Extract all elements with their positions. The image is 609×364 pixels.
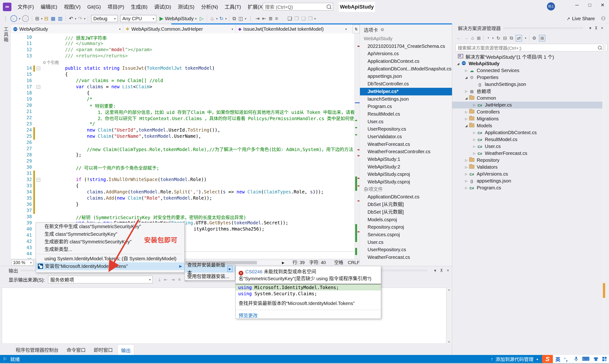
tab-item[interactable]: Program.cs	[360, 103, 452, 110]
expander-closed-icon[interactable]: ▷	[472, 152, 477, 155]
minimize-button[interactable]: ─	[570, 0, 583, 10]
pending-changes-icon[interactable]: ◔	[486, 36, 489, 41]
expander-closed-icon[interactable]: ▷	[464, 186, 469, 190]
tab-item[interactable]: ResultModel.cs	[360, 110, 452, 118]
tab-item[interactable]: WebApiStudy.csproj	[360, 170, 452, 178]
ime-punctuation-toggle[interactable]: ’，	[564, 355, 570, 363]
bottom-tab[interactable]: 命令窗口	[63, 345, 89, 355]
menu-item[interactable]: Git(G)	[84, 0, 104, 14]
solution-search-box[interactable]: 搜索解决方案资源管理器(Ctrl+;) ▾	[455, 44, 607, 52]
toolbar-icon[interactable]: ▾	[19, 17, 20, 20]
toolbar-icon[interactable]: ←	[11, 15, 17, 22]
output-source-dropdown[interactable]: 服务依赖项 ▾	[48, 276, 153, 283]
expander-open-icon[interactable]: ◢	[456, 62, 461, 65]
avatar[interactable]: 创上	[547, 2, 555, 11]
preview-selected-items-icon[interactable]: ⊞	[539, 35, 545, 41]
toolbar-icon[interactable]: ◫	[238, 16, 243, 21]
breadcrumb-method-dropdown[interactable]: ◆ IssueJwt(TokenModelJwt tokenModel) ▾	[236, 25, 349, 33]
toolbar-icon[interactable]: ▷	[200, 16, 204, 21]
menu-item[interactable]: 视图(V)	[61, 0, 84, 14]
toolbar-icon[interactable]: ❐	[294, 16, 299, 21]
switch-views-icon[interactable]: ⊞	[477, 36, 480, 41]
menu-item[interactable]: 工具(T)	[221, 0, 244, 14]
previous-message-icon[interactable]: ⇤	[164, 277, 168, 282]
tab-item[interactable]: appsettings.json	[360, 73, 452, 80]
expander-closed-icon[interactable]: ▷	[464, 69, 469, 72]
tree-item[interactable]: ▷{}appsettings.json	[452, 178, 606, 184]
tree-item[interactable]: {}launchSettings.json	[452, 81, 606, 88]
toolbar-icon[interactable]: ↷	[78, 16, 82, 21]
tab-item[interactable]: Models.csproj	[360, 216, 452, 224]
menu-item[interactable]: 文件(F)	[14, 0, 37, 14]
tree-item[interactable]: ▷C#ApiVersions.cs	[452, 170, 606, 178]
tab-item[interactable]: WebApiStudy:2	[360, 163, 452, 171]
back-icon[interactable]: ←	[456, 36, 461, 41]
solution-explorer-scrollbar[interactable]	[602, 33, 606, 354]
fold-collapse-icon[interactable]: −	[37, 67, 40, 70]
editor-scrollbar[interactable]	[354, 33, 360, 259]
expander-closed-icon[interactable]: ▷	[464, 158, 469, 162]
expander-open-icon[interactable]: ◢	[464, 124, 469, 128]
expander-closed-icon[interactable]: ▷	[464, 110, 469, 114]
skin-icon[interactable]	[593, 357, 598, 361]
codelens-references[interactable]: 0 个引用	[43, 59, 354, 65]
toolbar-icon[interactable]: ⋮	[3, 16, 8, 21]
ime-language-toggle[interactable]: 英	[555, 355, 560, 363]
tree-item[interactable]: ◢Common	[452, 95, 606, 102]
run-button[interactable]: ▶WebApiStudy▾	[159, 15, 196, 22]
menu-item[interactable]: 调试(D)	[151, 0, 174, 14]
bottom-tab[interactable]: 输出	[117, 345, 134, 355]
tab-item[interactable]: ApplicationDbContext.cs	[360, 193, 452, 201]
clear-all-icon[interactable]: ≡	[178, 277, 181, 282]
tab-item[interactable]: DbTestController.cs	[360, 80, 452, 88]
quickfix-submenu-item[interactable]: 查找并安装最新版本▶	[185, 265, 235, 273]
tab-item[interactable]: WeatherForecast.cs	[360, 141, 452, 148]
tree-item[interactable]: ▷Controllers	[452, 108, 606, 115]
forward-icon[interactable]: →	[464, 36, 468, 41]
breadcrumb-class-dropdown[interactable]: ❖ WebApiStudy.Common.JwtHelper ▾	[123, 25, 236, 33]
tab-item[interactable]: launchSettings.json	[360, 95, 452, 103]
toolbar-icon[interactable]: ⧉	[233, 16, 236, 21]
tree-item[interactable]: ▷C#ApplicationDbContext.cs	[452, 129, 606, 136]
menu-item[interactable]: 分析(N)	[198, 0, 221, 14]
close-icon[interactable]: ×	[601, 26, 603, 30]
next-message-icon[interactable]: ⇥	[171, 277, 175, 282]
tree-item[interactable]: ▷C#Program.cs	[452, 184, 606, 191]
tab-item[interactable]: UserValidator.cs	[360, 133, 452, 141]
toolbar-icon[interactable]: ▥	[58, 16, 63, 21]
expander-closed-icon[interactable]: ▷	[464, 90, 469, 93]
tree-item[interactable]: ▷C#User.cs	[452, 143, 606, 150]
tab-item[interactable]: UserRepository.cs	[360, 246, 452, 254]
tree-item[interactable]: ◢Models	[452, 122, 606, 129]
goto-message-icon[interactable]: ⤓	[158, 277, 160, 282]
toolbar-icon[interactable]: ❑	[301, 16, 306, 21]
fold-collapse-icon[interactable]: −	[37, 178, 40, 182]
tab-item[interactable]: UserRepository.cs	[360, 125, 452, 133]
quickfix-item[interactable]: 生成新类型...	[36, 246, 184, 253]
toolbox-tab[interactable]: 工具箱	[2, 27, 9, 42]
menu-item[interactable]: 项目(P)	[104, 0, 128, 14]
scrollbar-thumb[interactable]	[603, 283, 605, 298]
toolbar-icon[interactable]: ▾	[245, 17, 246, 20]
output-scrollbar[interactable]: ▲▼	[447, 288, 452, 344]
toolbar-icon[interactable]: ⊟	[44, 16, 49, 21]
tree-item[interactable]: ◢WebApiStudy	[452, 60, 606, 67]
tab-item[interactable]: WeatherForecastController.cs	[360, 148, 452, 156]
sync-with-active-document-icon[interactable]: ⇄	[516, 35, 522, 41]
expander-closed-icon[interactable]: ▷	[472, 103, 477, 107]
add-to-source-control-button[interactable]: ↑ 添加到源代码管理 ▲	[491, 356, 539, 363]
sogou-ime-icon[interactable]: S	[542, 355, 553, 363]
live-share-button[interactable]: ↗ Live Share	[566, 16, 595, 21]
menu-item[interactable]: 编辑(E)	[37, 0, 61, 14]
quickfix-item[interactable]: 在新文件中生成 class“SymmetricSecurityKey”	[36, 223, 184, 230]
toolbox-grid-icon[interactable]	[602, 357, 607, 361]
split-editor-icon[interactable]: ⇅	[352, 25, 360, 33]
close-button[interactable]: ✕	[596, 0, 609, 10]
tab-item[interactable]: DbSet [从元数据]	[360, 201, 452, 208]
toolbar-icon[interactable]: ⊞	[35, 16, 39, 21]
toolbar-icon[interactable]: ⇤	[262, 16, 266, 21]
tab-item[interactable]: ApiVersions.cs	[360, 50, 452, 58]
tab-item[interactable]: ApplicationDbCont...tModelSnapshot.cs	[360, 65, 452, 73]
tab-item[interactable]: WebApiStudy.csproj	[360, 178, 452, 186]
toolbar-icon[interactable]: ≣	[269, 16, 273, 21]
